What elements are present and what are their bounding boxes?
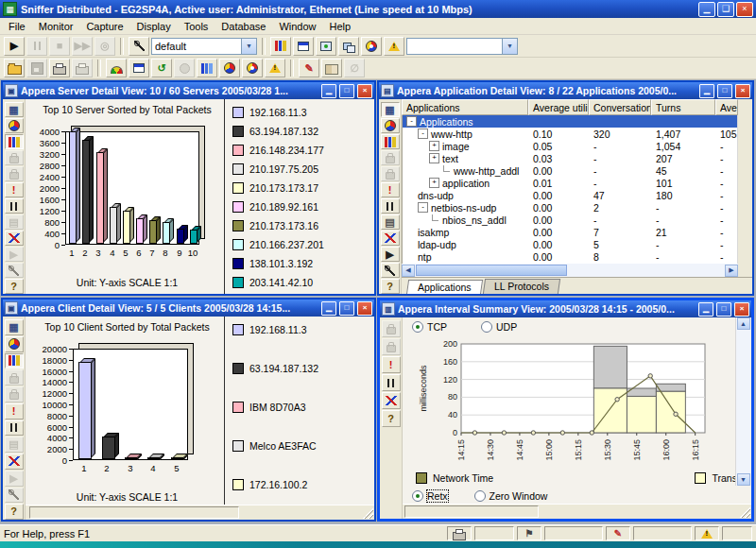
matrix-button[interactable] xyxy=(316,37,336,56)
pause-view-button[interactable] xyxy=(381,198,400,214)
donut-chart-button[interactable] xyxy=(242,59,263,77)
menu-item-window[interactable]: Window xyxy=(272,20,322,33)
vertical-scrollbar[interactable]: ▲ ▼ xyxy=(737,115,738,264)
tab-ll-protocols[interactable]: LL Protocols xyxy=(483,279,560,294)
pie-3d-button[interactable] xyxy=(219,59,240,77)
table-row-application[interactable]: +application0.01-101- xyxy=(403,177,738,189)
table-row-netbios-ns-udp[interactable]: -netbios-ns-udp0.002-- xyxy=(403,201,738,214)
bar-chart-button[interactable] xyxy=(5,134,24,149)
table-row-www-http[interactable]: -www-http0.103201,407105 xyxy=(403,128,738,140)
dashboard-button[interactable] xyxy=(270,37,291,56)
expand-icon[interactable]: + xyxy=(429,141,439,151)
menu-item-capture[interactable]: Capture xyxy=(79,20,129,33)
scroll-thumb[interactable] xyxy=(416,265,567,276)
minimize-button[interactable]: ▁ xyxy=(698,2,715,17)
scroll-up-button[interactable]: ▲ xyxy=(737,317,750,330)
protocol-tcp-radio[interactable]: TCP xyxy=(412,321,447,333)
table-row-ldap-udp[interactable]: ldap-udp0.005-- xyxy=(403,238,738,250)
expand-icon[interactable]: + xyxy=(429,153,439,163)
protocol-udp-radio[interactable]: UDP xyxy=(481,321,517,333)
interval-maximize-button[interactable]: □ xyxy=(716,302,731,317)
pie-chart-button[interactable] xyxy=(381,118,400,133)
menu-item-display[interactable]: Display xyxy=(130,20,178,33)
trend-button[interactable] xyxy=(381,231,400,246)
close-button[interactable]: × xyxy=(736,2,753,17)
interval-window-titlebar[interactable]: ▥ Appera Interval Summary View: 2005/03/… xyxy=(380,300,751,317)
menu-item-help[interactable]: Help xyxy=(323,20,358,33)
client-maximize-button[interactable]: □ xyxy=(339,301,354,316)
forward-button[interactable]: ▶ xyxy=(381,247,400,262)
table-view-button[interactable]: ▦ xyxy=(5,102,24,117)
resize-grip[interactable] xyxy=(363,508,373,519)
table-view-button[interactable]: ▦ xyxy=(381,102,400,117)
resize-grip[interactable] xyxy=(740,507,750,518)
print-button[interactable] xyxy=(49,59,70,77)
table-row-www-http-addl[interactable]: www-http_addl0.00-45- xyxy=(403,164,738,177)
horizontal-scrollbar[interactable]: ◀ ▶ xyxy=(402,264,738,277)
server-window-titlebar[interactable]: ▣ Appera Server Detail View: 10 / 60 Ser… xyxy=(3,82,374,99)
application-minimize-button[interactable]: ▁ xyxy=(699,84,714,98)
pause-view-button[interactable] xyxy=(382,374,401,391)
table-row-dns-udp[interactable]: dns-udp0.0047180- xyxy=(403,189,738,201)
monitor-select[interactable]: ▼ xyxy=(406,38,518,55)
table-row-image[interactable]: +image0.05-1,054- xyxy=(403,140,738,152)
open-button[interactable] xyxy=(4,59,25,77)
alarm-button[interactable]: ! xyxy=(381,182,400,197)
server-close-button[interactable]: × xyxy=(357,84,372,98)
bar-chart-button[interactable] xyxy=(5,353,24,369)
application-maximize-button[interactable]: □ xyxy=(717,84,732,98)
properties-button[interactable]: ▤ xyxy=(381,214,400,230)
collapse-icon[interactable]: - xyxy=(406,116,417,127)
interval-minimize-button[interactable]: ▁ xyxy=(698,302,713,317)
table-row-isakmp[interactable]: isakmp0.00721- xyxy=(403,226,738,238)
trend-button[interactable] xyxy=(5,454,24,470)
dashboard-gauge-button[interactable] xyxy=(106,59,127,77)
metric-zero-window-radio[interactable]: Zero Window xyxy=(474,490,548,502)
expand-icon[interactable]: + xyxy=(429,178,439,188)
capture-stop-button[interactable] xyxy=(129,37,149,56)
alarm-button[interactable]: ! xyxy=(382,356,401,373)
table-row-text[interactable]: +text0.03-207- xyxy=(403,152,738,164)
profile-select[interactable]: default ▼ xyxy=(151,38,257,55)
client-close-button[interactable]: × xyxy=(357,301,372,316)
alarm-log-button[interactable] xyxy=(384,37,404,56)
alarm-button[interactable]: ! xyxy=(5,182,24,197)
table-row-ntp[interactable]: ntp0.008-- xyxy=(403,250,738,263)
chevron-down-icon[interactable]: ▼ xyxy=(241,39,256,54)
scroll-right-button[interactable]: ▶ xyxy=(725,265,738,277)
help-button[interactable]: ? xyxy=(381,279,400,294)
server-maximize-button[interactable]: □ xyxy=(339,84,354,98)
application-response-button[interactable] xyxy=(338,37,359,56)
alarm-button[interactable]: ! xyxy=(5,403,24,420)
column-header-ave-n[interactable]: Ave N xyxy=(715,99,738,115)
pause-view-button[interactable] xyxy=(5,420,24,437)
bar-chart-button[interactable] xyxy=(381,134,400,149)
server-minimize-button[interactable]: ▁ xyxy=(321,84,336,98)
table-view-button[interactable]: ▦ xyxy=(5,319,24,335)
scroll-left-button[interactable]: ◀ xyxy=(402,265,415,277)
help-button[interactable]: ? xyxy=(382,410,401,427)
chevron-down-icon[interactable]: ▼ xyxy=(502,39,517,54)
alarm-warn-button[interactable] xyxy=(265,59,285,77)
column-header-average-utili[interactable]: Average utili... xyxy=(528,99,589,115)
application-close-button[interactable]: × xyxy=(735,84,750,98)
capture-dish-button[interactable] xyxy=(381,263,400,278)
help-button[interactable]: ? xyxy=(5,279,24,294)
host-table-button[interactable] xyxy=(293,37,314,56)
pie-chart-button[interactable] xyxy=(5,336,24,352)
table-row-applications[interactable]: -Applications xyxy=(403,115,738,128)
column-header-conversations[interactable]: Conversations xyxy=(589,99,651,115)
menu-item-tools[interactable]: Tools xyxy=(178,20,215,33)
column-header-applications[interactable]: Applications xyxy=(402,99,528,115)
menu-item-file[interactable]: File xyxy=(2,20,32,33)
define-filter-button[interactable]: ✎ xyxy=(299,59,319,77)
column-header-turns[interactable]: Turns xyxy=(651,99,715,115)
menu-item-database[interactable]: Database xyxy=(215,20,272,33)
menu-item-monitor[interactable]: Monitor xyxy=(32,20,80,33)
help-button[interactable]: ? xyxy=(5,504,24,520)
trend-button[interactable] xyxy=(382,392,401,409)
interval-close-button[interactable]: × xyxy=(734,302,749,317)
help-book-button[interactable] xyxy=(321,59,342,77)
application-window-titlebar[interactable]: ▤ Appera Application Detail View: 8 / 22… xyxy=(379,82,752,99)
start-button[interactable]: ▶ xyxy=(4,37,25,56)
